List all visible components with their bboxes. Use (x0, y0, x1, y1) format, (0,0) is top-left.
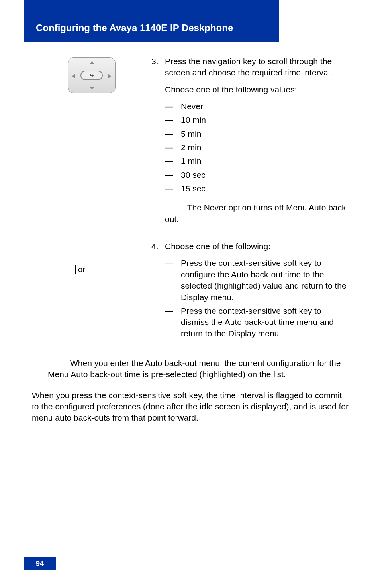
step-3-illustration-col: ↵ (32, 56, 151, 93)
step-3-row: ↵ 3. Press the navigation key to scroll … (32, 56, 351, 225)
list-item: — Press the context-sensitive soft key t… (165, 305, 351, 339)
step-3-number: 3. (151, 56, 165, 225)
step-3-line2: Choose one of the following values: (165, 84, 351, 95)
option-text: 10 min (181, 114, 351, 126)
back-softkey-icon (88, 265, 131, 274)
dash-icon: — (165, 128, 181, 140)
softkey-buttons: or (32, 265, 151, 274)
step-4-item1: Press the context-sensitive soft key to … (181, 258, 351, 303)
endpara-a: When you press the (32, 391, 109, 400)
step-3-body: Press the navigation key to scroll throu… (165, 56, 351, 225)
dash-icon: — (165, 101, 181, 112)
option-text: 30 sec (181, 169, 351, 181)
page-number: 94 (24, 557, 56, 570)
chevron-up-icon (90, 61, 94, 64)
end-paragraph: When you press the context-sensitive sof… (32, 390, 351, 424)
or-text: or (78, 265, 85, 274)
content-area: ↵ 3. Press the navigation key to scroll … (32, 56, 351, 424)
option-text: 5 min (181, 128, 351, 140)
page: Configuring the Avaya 1140E IP Deskphone… (0, 0, 380, 588)
step-4-body: Choose one of the following: — Press the… (165, 241, 351, 342)
list-item: —2 min (165, 142, 351, 153)
step-4-text-col: 4. Choose one of the following: — Press … (151, 241, 351, 342)
option-text: Never (181, 101, 351, 112)
step-4-illustration-col: or (32, 241, 151, 274)
list-item: —1 min (165, 155, 351, 167)
step-3: 3. Press the navigation key to scroll th… (151, 56, 351, 225)
dash-icon: — (165, 305, 181, 339)
chevron-right-icon (108, 74, 111, 79)
step-4-row: or 4. Choose one of the following: — Pre… (32, 241, 351, 342)
step-3-options: —Never —10 min —5 min —2 min —1 min —30 … (165, 101, 351, 194)
list-item: —15 sec (165, 183, 351, 194)
chevron-left-icon (72, 74, 75, 79)
select-softkey-icon (32, 265, 76, 274)
step-3-note: Note: The Never option turns off Menu Au… (165, 202, 351, 225)
dash-icon: — (165, 155, 181, 167)
step-4-item2: Press the context-sensitive soft key to … (181, 305, 351, 339)
step-3-note-text: The Never option turns off Menu Auto bac… (165, 203, 349, 223)
step-4-options: — Press the context-sensitive soft key t… (165, 258, 351, 339)
option-text: 15 sec (181, 183, 351, 194)
step-4-intro: Choose one of the following: (165, 241, 351, 252)
dash-icon: — (165, 142, 181, 153)
list-item: —5 min (165, 128, 351, 140)
header-bar (24, 0, 279, 42)
dash-icon: — (165, 114, 181, 126)
list-item: —Never (165, 101, 351, 112)
step-3-line1a: Press the (165, 57, 203, 66)
page-title: Configuring the Avaya 1140E IP Deskphone (36, 22, 233, 33)
step-4-item2a: Press the (181, 306, 219, 315)
dash-icon: — (165, 169, 181, 181)
step-3-text-col: 3. Press the navigation key to scroll th… (151, 56, 351, 225)
option-text: 2 min (181, 142, 351, 153)
enter-key-icon: ↵ (80, 71, 103, 80)
footnote-text: When you enter the Auto back-out menu, t… (48, 358, 341, 379)
dash-icon: — (165, 258, 181, 303)
list-item: —10 min (165, 114, 351, 126)
dash-icon: — (165, 183, 181, 194)
chevron-down-icon (90, 87, 94, 90)
navigation-key-icon: ↵ (68, 57, 116, 93)
option-text: 1 min (181, 155, 351, 167)
footnote: Note: When you enter the Auto back-out m… (48, 358, 351, 380)
list-item: —30 sec (165, 169, 351, 181)
step-4-item1a: Press the (181, 258, 219, 267)
step-4: 4. Choose one of the following: — Press … (151, 241, 351, 342)
enter-glyph-icon: ↵ (89, 72, 94, 79)
list-item: — Press the context-sensitive soft key t… (165, 258, 351, 303)
step-4-number: 4. (151, 241, 165, 342)
